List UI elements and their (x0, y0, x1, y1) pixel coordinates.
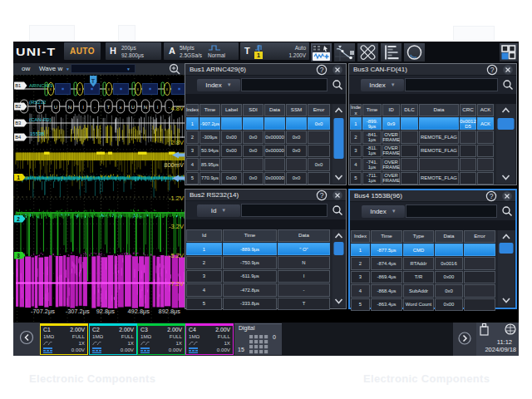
svg-text:(CAN-FD): (CAN-FD) (29, 117, 52, 122)
svg-text:x: x (136, 86, 139, 91)
svg-text:B1: B1 (15, 83, 21, 88)
svg-text:-3.2V: -3.2V (169, 223, 184, 230)
svg-text:2: 2 (17, 216, 20, 222)
svg-text:x: x (165, 86, 168, 91)
svg-text:-707.2μs: -707.2μs (31, 308, 55, 315)
svg-text:T: T (38, 104, 42, 110)
svg-text:-: - (168, 104, 170, 110)
svg-text:B2: B2 (15, 104, 21, 109)
svg-text:T: T (107, 104, 111, 110)
svg-text:N: N (68, 104, 71, 110)
svg-text:?: ? (320, 191, 324, 200)
svg-text:892.8μs: 892.8μs (159, 308, 181, 315)
svg-text:3: 3 (17, 253, 20, 259)
svg-text:x: x (78, 86, 81, 91)
svg-text:-1.2V: -1.2V (169, 195, 184, 202)
svg-text:1: 1 (17, 175, 20, 180)
svg-text:U: U (54, 104, 57, 110)
svg-text:?: ? (490, 66, 495, 74)
svg-text:-5.2V: -5.2V (169, 252, 184, 259)
svg-text:?: ? (490, 192, 494, 200)
svg-text:2.8V: 2.8V (171, 139, 184, 146)
svg-text:800mV: 800mV (164, 161, 184, 169)
svg-text:92.8μs: 92.8μs (96, 308, 116, 315)
svg-text:x: x (107, 86, 110, 91)
svg-text:B3: B3 (15, 121, 21, 126)
svg-text:N: N (144, 104, 147, 110)
svg-text:1553B: 1553B (30, 131, 44, 136)
svg-text:-307.2μs: -307.2μs (66, 308, 90, 315)
svg-text:(RS232: (RS232 (29, 100, 47, 105)
svg-text:-: - (94, 104, 96, 110)
svg-text:B4: B4 (15, 135, 22, 140)
svg-text:?: ? (320, 66, 324, 74)
svg-text:I: I (157, 104, 159, 110)
svg-text:492.8μs: 492.8μs (128, 308, 150, 315)
svg-text:T: T (91, 78, 96, 84)
svg-text:4.8V: 4.8V (171, 105, 184, 112)
svg-text:-7.2V: -7.2V (169, 280, 184, 288)
svg-text:ARINC429: ARINC429 (29, 83, 53, 88)
svg-text:U: U (131, 104, 135, 110)
svg-text:I: I (82, 104, 84, 110)
